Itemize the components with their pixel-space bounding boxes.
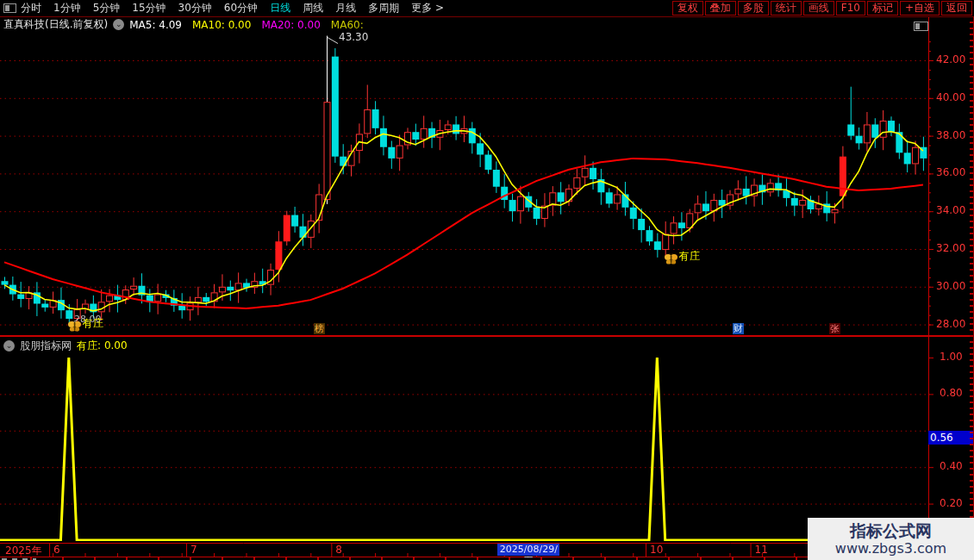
- site-watermark: 指标公式网 www.zbgs3.com: [808, 518, 974, 560]
- main-y-label: 42.00: [936, 53, 974, 65]
- action-button-0[interactable]: 复权: [672, 1, 703, 16]
- signal-label: 有庄: [83, 316, 103, 331]
- period-item-6[interactable]: 日线: [270, 1, 290, 16]
- ma-label-0: MA5: 4.09: [129, 19, 182, 31]
- current-value-badge: 0.56: [928, 431, 974, 445]
- sub-chart-header: ⌄ 股朋指标网 有庄: 0.00: [3, 339, 128, 352]
- action-button-2[interactable]: 多股: [738, 1, 769, 16]
- month-label-7: 7: [190, 544, 197, 556]
- ma-label-3: MA60:: [331, 19, 364, 31]
- main-y-label: 30.00: [936, 280, 974, 292]
- main-y-label: 38.00: [936, 129, 974, 141]
- period-item-7[interactable]: 周线: [303, 1, 323, 16]
- top-toolbar: 分时1分钟5分钟15分钟30分钟60分钟日线周线月线多周期更多 > 复权叠加多股…: [0, 0, 974, 16]
- period-item-5[interactable]: 60分钟: [224, 1, 258, 16]
- month-label-6: 6: [53, 544, 60, 556]
- collapse-sub-panel-icon[interactable]: ⌄: [3, 340, 15, 352]
- main-y-label: 40.00: [936, 91, 974, 103]
- period-item-2[interactable]: 5分钟: [93, 1, 121, 16]
- action-button-8[interactable]: 返回: [941, 1, 972, 16]
- period-item-1[interactable]: 1分钟: [53, 1, 81, 16]
- period-item-3[interactable]: 15分钟: [132, 1, 165, 16]
- action-button-5[interactable]: F10: [836, 1, 865, 16]
- main-chart-header: 直真科技(日线.前复权) ⌄ MA5: 4.09MA10: 0.00MA20: …: [3, 18, 364, 31]
- ma-label-1: MA10: 0.00: [192, 19, 251, 31]
- sub-y-label: 0.40: [940, 460, 974, 472]
- collapse-main-panel-icon[interactable]: ⌄: [113, 19, 124, 30]
- ma-values-row: MA5: 4.09MA10: 0.00MA20: 0.00MA60:: [129, 19, 364, 31]
- watermark-url: www.zbgs3.com: [835, 540, 946, 557]
- period-item-0[interactable]: 分时: [21, 1, 41, 16]
- indicator-source: 股朋指标网: [20, 339, 72, 353]
- high-price-annotation: 43.30: [339, 31, 368, 43]
- month-label-10: 10: [650, 544, 663, 556]
- background-char: 财: [733, 323, 744, 334]
- period-item-8[interactable]: 月线: [335, 1, 356, 16]
- sub-y-label: 1.00: [940, 351, 974, 363]
- main-y-label: 36.00: [936, 166, 974, 178]
- month-label-11: 11: [755, 544, 768, 556]
- butterfly-signal-icon: [664, 253, 678, 268]
- background-char: 榜: [314, 323, 325, 334]
- period-item-4[interactable]: 30分钟: [178, 1, 212, 16]
- period-item-9[interactable]: 多周期: [368, 1, 399, 16]
- trading-app-window: 分时1分钟5分钟15分钟30分钟60分钟日线周线月线多周期更多 > 复权叠加多股…: [0, 0, 974, 560]
- signal-label: 有庄: [679, 249, 700, 264]
- selected-date-label: 2025/08/29/五: [497, 544, 559, 556]
- background-char: 张: [829, 323, 840, 334]
- sub-y-label: 0.20: [940, 497, 974, 509]
- action-button-4[interactable]: 画线: [803, 1, 834, 16]
- ma-label-2: MA20: 0.00: [261, 19, 320, 31]
- action-button-6[interactable]: 标记: [867, 1, 898, 16]
- watermark-title: 指标公式网: [850, 521, 932, 540]
- action-button-7[interactable]: +自选: [900, 1, 940, 16]
- action-button-3[interactable]: 统计: [771, 1, 802, 16]
- main-y-label: 34.00: [936, 204, 974, 216]
- action-button-1[interactable]: 叠加: [705, 1, 736, 16]
- toolbar-actions: 复权叠加多股统计画线F10标记+自选返回: [672, 1, 972, 16]
- period-item-10[interactable]: 更多 >: [411, 1, 444, 16]
- window-split-icon[interactable]: [3, 3, 16, 13]
- stock-title: 直真科技(日线.前复权): [3, 17, 108, 32]
- sub-y-label: 0.80: [940, 387, 974, 399]
- restore-window-icon[interactable]: [914, 22, 928, 31]
- month-label-8: 8: [335, 544, 342, 556]
- indicator-name-value: 有庄: 0.00: [77, 339, 128, 353]
- butterfly-signal-icon: [67, 320, 82, 335]
- period-menu: 分时1分钟5分钟15分钟30分钟60分钟日线周线月线多周期更多 >: [21, 1, 444, 16]
- year-label: 2025年: [5, 544, 42, 558]
- chart-canvas[interactable]: [0, 0, 974, 560]
- main-y-label: 28.00: [936, 318, 974, 330]
- main-y-label: 32.00: [936, 242, 974, 254]
